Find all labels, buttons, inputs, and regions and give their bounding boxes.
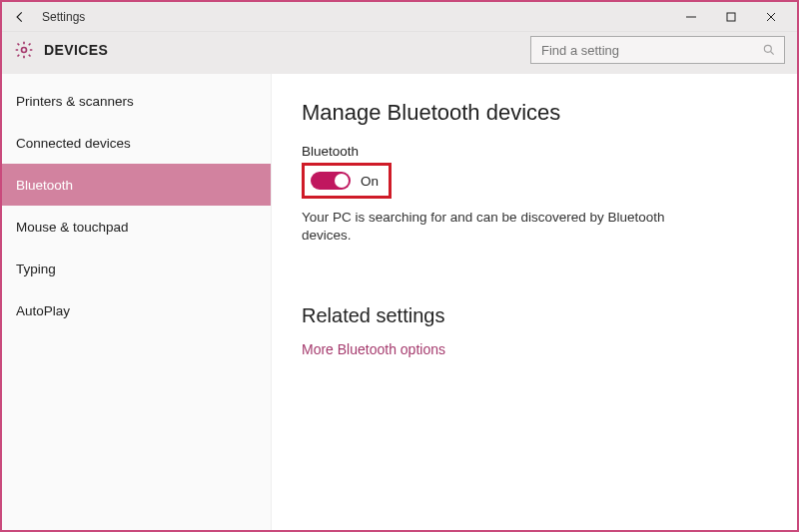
search-icon — [762, 43, 776, 57]
bluetooth-status-text: Your PC is searching for and can be disc… — [302, 209, 681, 245]
sidebar-item-mouse-touchpad[interactable]: Mouse & touchpad — [2, 206, 271, 248]
maximize-icon — [726, 12, 736, 22]
bluetooth-toggle[interactable] — [311, 172, 351, 190]
close-button[interactable] — [751, 4, 791, 30]
sidebar-item-typing[interactable]: Typing — [2, 248, 271, 289]
settings-window: Settings DEVICES Printers & scanners C — [0, 0, 799, 532]
sidebar-item-label: Connected devices — [16, 136, 131, 151]
titlebar: Settings — [2, 2, 797, 32]
sidebar: Printers & scanners Connected devices Bl… — [2, 74, 272, 530]
section-title: DEVICES — [44, 42, 108, 58]
header: DEVICES — [2, 32, 797, 74]
search-box[interactable] — [530, 36, 785, 64]
sidebar-item-autoplay[interactable]: AutoPlay — [2, 289, 271, 331]
minimize-icon — [686, 12, 696, 22]
highlight-annotation: On — [302, 163, 392, 199]
toggle-knob — [335, 174, 349, 188]
page-heading: Manage Bluetooth devices — [302, 100, 767, 126]
body: Printers & scanners Connected devices Bl… — [2, 74, 797, 530]
app-title: Settings — [42, 10, 85, 24]
bluetooth-toggle-label: Bluetooth — [302, 144, 767, 159]
search-input[interactable] — [539, 42, 762, 59]
related-settings-heading: Related settings — [302, 304, 767, 327]
sidebar-item-printers-scanners[interactable]: Printers & scanners — [2, 80, 271, 122]
sidebar-item-label: Printers & scanners — [16, 94, 134, 109]
svg-line-6 — [771, 52, 774, 55]
svg-point-4 — [22, 48, 27, 53]
sidebar-item-connected-devices[interactable]: Connected devices — [2, 122, 271, 164]
content: Manage Bluetooth devices Bluetooth On Yo… — [272, 74, 797, 530]
window-controls — [671, 4, 791, 30]
sidebar-item-label: Typing — [16, 262, 56, 276]
svg-rect-1 — [727, 13, 735, 21]
back-button[interactable] — [8, 5, 32, 29]
bluetooth-toggle-state: On — [361, 174, 379, 189]
more-bluetooth-options-link[interactable]: More Bluetooth options — [302, 341, 767, 357]
sidebar-item-label: AutoPlay — [16, 303, 70, 318]
minimize-button[interactable] — [671, 4, 711, 30]
sidebar-item-bluetooth[interactable]: Bluetooth — [2, 164, 271, 206]
gear-icon — [14, 40, 34, 60]
arrow-left-icon — [13, 10, 27, 24]
svg-point-5 — [764, 45, 771, 52]
sidebar-item-label: Mouse & touchpad — [16, 220, 129, 235]
close-icon — [766, 12, 776, 22]
sidebar-item-label: Bluetooth — [16, 178, 73, 193]
maximize-button[interactable] — [711, 4, 751, 30]
